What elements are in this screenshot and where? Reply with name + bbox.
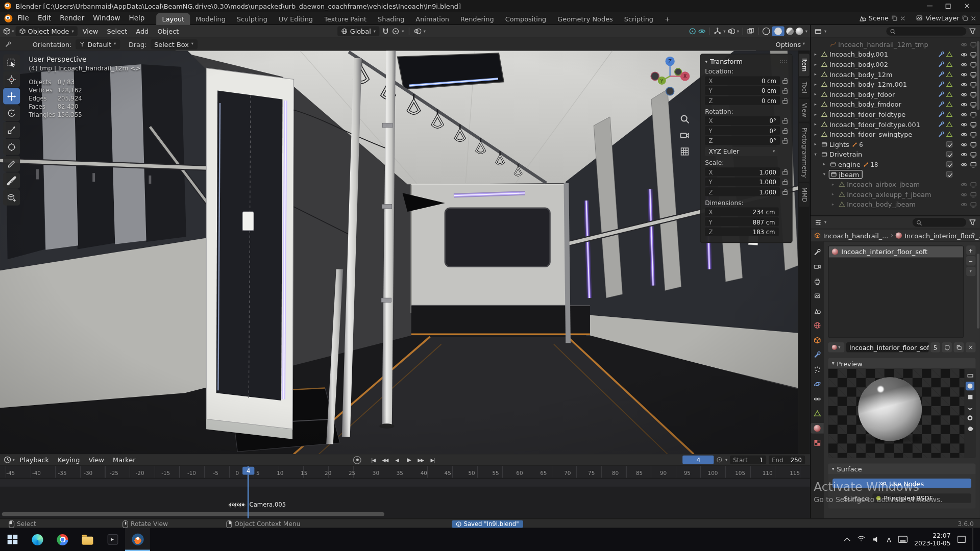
transform-orientation-dropdown[interactable]: Global <box>337 26 379 36</box>
eye-icon[interactable] <box>961 131 967 138</box>
select-box-tool[interactable] <box>3 55 20 71</box>
panel-grip-icon[interactable] <box>780 58 788 64</box>
notification-center-icon[interactable] <box>958 536 966 543</box>
tray-expand-icon[interactable] <box>844 537 850 543</box>
screen-icon[interactable] <box>970 201 976 208</box>
orientation-setting-dropdown[interactable]: Default <box>76 39 120 49</box>
properties-editor-icon[interactable] <box>815 219 822 227</box>
number-field[interactable]: Y0° <box>705 126 780 135</box>
preview-cloth-button[interactable] <box>966 414 974 422</box>
show-desktop-button[interactable] <box>972 528 975 551</box>
frame-end-field[interactable]: End250 <box>769 456 805 464</box>
viewport-canvas[interactable]: User Perspective (4) tmp | Incoach_handr… <box>0 51 810 454</box>
lock-icon[interactable] <box>782 90 788 93</box>
outliner-row[interactable]: Incoach_body_jbeam <box>811 199 980 210</box>
shading-material-button[interactable] <box>787 28 794 35</box>
annotate-tool[interactable] <box>3 156 20 172</box>
input-language-indicator[interactable]: A <box>887 536 891 543</box>
workspace-tab-modeling[interactable]: Modeling <box>190 13 231 24</box>
number-field[interactable]: Y0 cm <box>705 86 780 95</box>
slot-specials-button[interactable] <box>966 267 975 276</box>
expand-icon[interactable] <box>823 162 830 167</box>
outliner-scrollbar[interactable] <box>977 41 979 110</box>
expand-icon[interactable] <box>815 122 821 127</box>
browse-material-button[interactable] <box>828 342 844 353</box>
show-overlays-icon[interactable] <box>727 28 735 35</box>
workspace-tab-scripting[interactable]: Scripting <box>619 13 659 24</box>
outliner-row[interactable]: Incoach_body_fdoor <box>811 89 980 99</box>
maximize-button[interactable] <box>939 0 958 12</box>
volume-icon[interactable] <box>873 536 879 542</box>
eye-icon[interactable] <box>961 121 967 128</box>
outliner-row[interactable]: Incoach_fdoor_swingtype <box>811 129 980 139</box>
sidebar-tab-item[interactable]: Item <box>799 54 810 76</box>
rotation-mode-dropdown[interactable]: XYZ Euler <box>705 147 778 156</box>
workspace-tab-geometrynodes[interactable]: Geometry Nodes <box>552 13 619 24</box>
outliner-row[interactable]: Drivetrain <box>811 149 980 160</box>
expand-icon[interactable] <box>815 142 821 147</box>
outliner-row-active-collection[interactable]: jbeam <box>811 169 980 180</box>
taskbar-explorer[interactable] <box>75 528 100 551</box>
sidebar-tab-photogrammetry[interactable]: Photogrammetry <box>799 123 810 182</box>
options-dropdown[interactable]: Options <box>776 40 801 48</box>
tab-scene[interactable] <box>811 306 824 316</box>
screen-icon[interactable] <box>970 41 976 47</box>
screen-icon[interactable] <box>970 141 976 147</box>
lock-icon[interactable] <box>782 99 788 103</box>
workspace-tab-sculpting[interactable]: Sculpting <box>231 13 273 24</box>
start-button[interactable] <box>0 528 25 551</box>
outliner-row[interactable]: engine 18 <box>811 159 980 169</box>
breadcrumb-object-name[interactable]: Incoach_handrail_... <box>823 232 889 239</box>
gizmo-x-axis[interactable]: X <box>683 73 687 79</box>
sidebar-tab-view[interactable]: View <box>799 99 810 122</box>
outliner-row[interactable]: Incoach_airbox_jbeam <box>811 179 980 189</box>
editor-type-icon[interactable] <box>3 28 11 35</box>
outliner-row[interactable]: Incoach_axleupp_f_jbeam <box>811 189 980 199</box>
selectability-icon[interactable] <box>689 28 697 35</box>
menu-view[interactable]: View <box>79 28 102 35</box>
jump-to-start-button[interactable] <box>368 456 378 464</box>
lock-icon[interactable] <box>782 171 788 174</box>
outliner-row[interactable]: Incoach_body.002 <box>811 59 980 69</box>
lock-icon[interactable] <box>782 191 788 194</box>
gizmo-y-axis[interactable]: Y <box>660 79 664 84</box>
blender-logo-menu[interactable] <box>4 13 13 22</box>
number-field[interactable]: X0 cm <box>705 76 780 85</box>
filter-icon[interactable] <box>969 28 976 35</box>
tab-particles[interactable] <box>811 364 824 375</box>
viewlayer-selector[interactable]: ViewLayer <box>925 14 959 22</box>
viewlayer-copy-icon[interactable] <box>962 15 968 21</box>
auto-key-button[interactable] <box>353 456 361 464</box>
menu-select[interactable]: Select <box>103 28 131 35</box>
mode-dropdown[interactable]: Object Mode <box>15 26 78 36</box>
timeline-editor-icon[interactable] <box>4 456 11 464</box>
eye-icon[interactable] <box>961 51 967 58</box>
tab-output[interactable] <box>811 276 824 287</box>
expand-icon[interactable] <box>815 132 821 137</box>
screen-icon[interactable] <box>970 191 976 197</box>
screen-icon[interactable] <box>970 111 976 117</box>
menu-timeline-view[interactable]: View <box>85 456 108 464</box>
lock-icon[interactable] <box>782 140 788 143</box>
rotate-tool[interactable] <box>3 105 20 121</box>
next-keyframe-button[interactable] <box>415 456 426 464</box>
gizmo-z-axis[interactable]: Z <box>668 59 672 64</box>
properties-scrollbar[interactable] <box>977 254 979 329</box>
expand-icon[interactable] <box>815 72 821 77</box>
visibility-icon[interactable] <box>698 28 706 35</box>
outliner-editor-icon[interactable] <box>815 28 822 35</box>
taskbar-edge[interactable] <box>25 528 50 551</box>
expand-icon[interactable] <box>815 102 821 107</box>
tab-viewlayer[interactable] <box>811 291 824 302</box>
tab-tool[interactable] <box>811 247 824 258</box>
eye-icon[interactable] <box>961 161 967 167</box>
number-field[interactable]: X234 cm <box>705 208 778 216</box>
play-reverse-button[interactable] <box>392 456 402 464</box>
scene-selector[interactable]: Scene <box>869 14 889 22</box>
measure-tool[interactable] <box>3 172 20 189</box>
breadcrumb-material-name[interactable]: Incoach_interior_floor_... <box>904 232 980 239</box>
sidebar-tab-mmd[interactable]: MMD <box>799 183 810 207</box>
network-icon[interactable] <box>856 536 866 543</box>
collection-checkbox[interactable] <box>946 151 952 157</box>
collection-checkbox[interactable] <box>946 161 952 167</box>
